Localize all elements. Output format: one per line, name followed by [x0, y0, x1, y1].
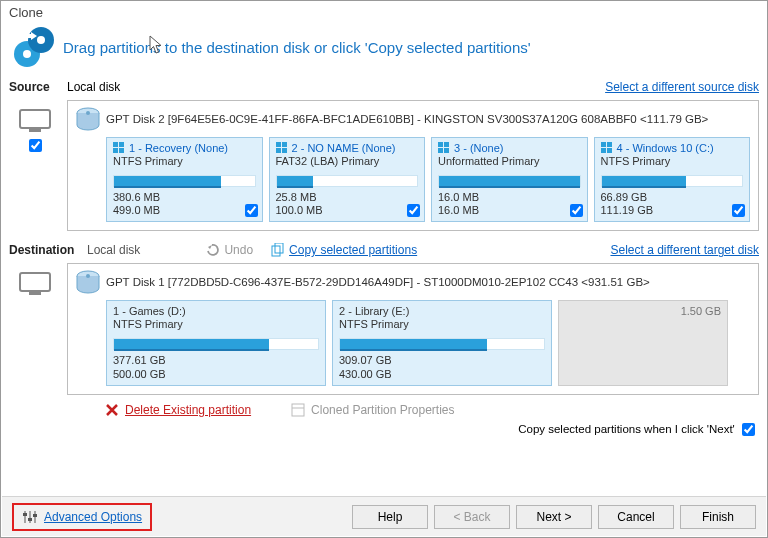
partition-fs: FAT32 (LBA) Primary	[276, 155, 419, 167]
usage-bar	[276, 175, 419, 187]
svg-point-3	[37, 36, 45, 44]
hdd-icon	[76, 270, 100, 294]
partition-fs: NTFS Primary	[113, 155, 256, 167]
partition-checkbox[interactable]	[732, 204, 745, 217]
svg-rect-17	[444, 142, 449, 147]
header-instruction: Drag partitions to the destination disk …	[63, 39, 531, 56]
svg-rect-18	[438, 148, 443, 153]
svg-rect-23	[607, 148, 612, 153]
svg-rect-10	[113, 148, 118, 153]
cancel-button[interactable]: Cancel	[598, 505, 674, 529]
partition-checkbox[interactable]	[245, 204, 258, 217]
source-disk-type: Local disk	[67, 80, 120, 94]
copy-partitions-button[interactable]: Copy selected partitions	[271, 243, 417, 257]
partition-fs: Unformatted Primary	[438, 155, 581, 167]
select-source-link[interactable]: Select a different source disk	[605, 80, 759, 94]
monitor-icon	[19, 109, 51, 133]
cursor-icon	[149, 35, 165, 55]
delete-partition-link[interactable]: Delete Existing partition	[105, 403, 251, 417]
destination-partition[interactable]: 2 - Library (E:)NTFS Primary309.07 GB430…	[332, 300, 552, 385]
destination-partition[interactable]: 1 - Games (D:)NTFS Primary377.61 GB500.0…	[106, 300, 326, 385]
svg-rect-15	[282, 148, 287, 153]
partition-fs: NTFS Primary	[113, 318, 319, 330]
sliders-icon	[22, 509, 38, 525]
undo-button[interactable]: Undo	[206, 243, 253, 257]
svg-rect-19	[444, 148, 449, 153]
partition-name: 2 - Library (E:)	[339, 305, 545, 317]
partition-sizes: 16.0 MB16.0 MB	[438, 191, 581, 217]
free-space-block[interactable]: 1.50 GB	[558, 300, 728, 385]
source-partition[interactable]: 3 - (None)Unformatted Primary16.0 MB16.0…	[431, 137, 588, 222]
partition-fs: NTFS Primary	[601, 155, 744, 167]
source-label: Source	[9, 80, 67, 94]
svg-rect-8	[113, 142, 118, 147]
svg-rect-27	[29, 292, 41, 295]
svg-rect-35	[28, 518, 32, 521]
svg-point-1	[23, 50, 31, 58]
partition-checkbox[interactable]	[407, 204, 420, 217]
partition-fs: NTFS Primary	[339, 318, 545, 330]
partition-sizes: 25.8 MB100.0 MB	[276, 191, 419, 217]
svg-rect-4	[20, 110, 50, 128]
svg-rect-25	[275, 243, 283, 253]
partition-sizes: 380.6 MB499.0 MB	[113, 191, 256, 217]
partition-checkbox[interactable]	[570, 204, 583, 217]
monitor-icon	[19, 272, 51, 296]
hdd-icon	[76, 107, 100, 131]
usage-bar	[113, 175, 256, 187]
source-partition[interactable]: 4 - Windows 10 (C:)NTFS Primary66.89 GB1…	[594, 137, 751, 222]
partition-sizes: 309.07 GB430.00 GB	[339, 354, 545, 380]
svg-rect-37	[33, 514, 37, 517]
help-button[interactable]: Help	[352, 505, 428, 529]
svg-rect-5	[29, 129, 41, 132]
copy-on-next-option[interactable]: Copy selected partitions when I click 'N…	[518, 423, 755, 435]
svg-rect-13	[282, 142, 287, 147]
svg-rect-16	[438, 142, 443, 147]
usage-bar	[601, 175, 744, 187]
window-title: Clone	[1, 1, 767, 20]
cloned-props-button: Cloned Partition Properties	[291, 403, 454, 417]
svg-rect-9	[119, 142, 124, 147]
partition-name: 1 - Games (D:)	[113, 305, 319, 317]
svg-rect-14	[276, 148, 281, 153]
svg-rect-26	[20, 273, 50, 291]
usage-bar	[113, 338, 319, 350]
copy-icon	[271, 243, 285, 257]
undo-icon	[206, 243, 220, 257]
usage-bar	[438, 175, 581, 187]
svg-point-29	[86, 274, 90, 278]
svg-rect-33	[23, 513, 27, 516]
partition-sizes: 377.61 GB500.00 GB	[113, 354, 319, 380]
svg-rect-24	[272, 246, 280, 256]
svg-rect-21	[607, 142, 612, 147]
destination-disk-title: GPT Disk 1 [772DBD5D-C696-437E-B572-29DD…	[106, 276, 650, 288]
partition-name: 1 - Recovery (None)	[113, 142, 256, 154]
partition-name: 2 - NO NAME (None)	[276, 142, 419, 154]
destination-disk-type: Local disk	[87, 243, 140, 257]
source-partition[interactable]: 2 - NO NAME (None)FAT32 (LBA) Primary25.…	[269, 137, 426, 222]
advanced-options-link[interactable]: Advanced Options	[12, 503, 152, 531]
back-button: < Back	[434, 505, 510, 529]
source-partition[interactable]: 1 - Recovery (None)NTFS Primary380.6 MB4…	[106, 137, 263, 222]
delete-icon	[105, 403, 119, 417]
source-disk-checkbox[interactable]	[29, 139, 42, 152]
properties-icon	[291, 403, 305, 417]
svg-rect-22	[601, 148, 606, 153]
select-target-link[interactable]: Select a different target disk	[610, 243, 759, 257]
svg-point-7	[86, 111, 90, 115]
partition-name: 3 - (None)	[438, 142, 581, 154]
svg-rect-30	[292, 404, 304, 416]
destination-label: Destination	[9, 243, 87, 257]
free-space-size: 1.50 GB	[681, 305, 721, 317]
partition-name: 4 - Windows 10 (C:)	[601, 142, 744, 154]
usage-bar	[339, 338, 545, 350]
clone-hero-icon	[13, 26, 55, 68]
svg-rect-11	[119, 148, 124, 153]
next-button[interactable]: Next >	[516, 505, 592, 529]
partition-sizes: 66.89 GB111.19 GB	[601, 191, 744, 217]
svg-rect-12	[276, 142, 281, 147]
svg-rect-20	[601, 142, 606, 147]
finish-button[interactable]: Finish	[680, 505, 756, 529]
source-disk-title: GPT Disk 2 [9F64E5E6-0C9E-41FF-86FA-BFC1…	[106, 113, 708, 125]
